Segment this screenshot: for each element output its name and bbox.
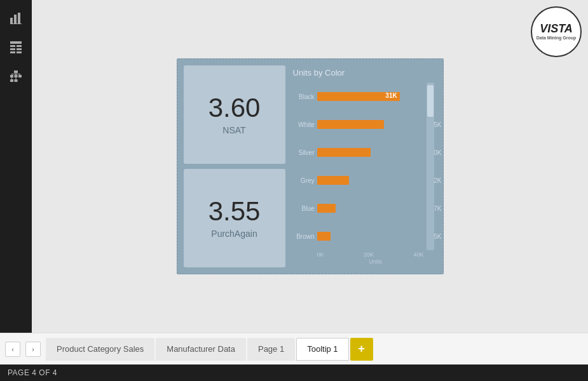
bar-label: White (291, 121, 315, 128)
sidebar (0, 0, 32, 333)
tab-bar: ‹ › Product Category SalesManufacturer D… (0, 333, 588, 364)
bar-row: Brown5K (291, 229, 424, 243)
metrics-panel: 3.60 NSAT 3.55 PurchAgain (184, 65, 285, 267)
svg-rect-21 (15, 79, 18, 82)
tab-prev-button[interactable]: ‹ (5, 342, 20, 357)
bar-row: Black31K (291, 90, 424, 104)
svg-rect-5 (10, 45, 15, 47)
metric-nsat: 3.60 NSAT (184, 65, 285, 164)
svg-rect-2 (18, 13, 20, 23)
xaxis-label: 20K (364, 251, 374, 258)
svg-rect-11 (14, 70, 18, 73)
svg-rect-8 (17, 48, 22, 50)
bar-label: Silver (291, 149, 315, 156)
bar-track: 25K (317, 120, 424, 129)
chart-title: Units by Color (291, 68, 434, 77)
bar-row: Grey12K (291, 173, 424, 187)
status-text: PAGE 4 OF 4 (8, 368, 57, 377)
svg-rect-7 (10, 48, 15, 50)
tab-page-1[interactable]: Page 1 (247, 338, 295, 361)
tab-next-button[interactable]: › (25, 342, 41, 357)
chart-scrollbar[interactable] (427, 83, 434, 250)
purchagain-label: PurchAgain (211, 229, 257, 239)
bar-value-outside: 5K (434, 233, 441, 240)
bar-fill: 31K (317, 92, 400, 101)
xaxis-label: 40K (413, 251, 423, 258)
bar-value-inside: 31K (385, 92, 397, 99)
sidebar-item-bar-chart[interactable] (3, 5, 29, 30)
chart-content: Black31KWhite25KSilver20KGrey12KBlue7KBr… (291, 83, 434, 250)
svg-rect-6 (17, 45, 22, 47)
bar-value-outside: 7K (434, 205, 441, 212)
bar-fill (317, 120, 384, 129)
sidebar-item-table[interactable] (3, 34, 29, 60)
svg-rect-14 (18, 75, 22, 77)
bar-label: Black (291, 93, 315, 100)
chart-bars-area: Black31KWhite25KSilver20KGrey12KBlue7KBr… (291, 83, 424, 250)
svg-rect-9 (10, 51, 15, 53)
svg-rect-0 (10, 18, 13, 23)
bar-fill (317, 204, 336, 213)
bar-fill (317, 148, 371, 157)
add-tab-button[interactable]: + (350, 338, 373, 361)
logo: VISTA Data Mining Group (531, 6, 582, 57)
bar-label: Brown (291, 233, 315, 240)
tabs-container: Product Category SalesManufacturer DataP… (46, 338, 349, 361)
chart-xaxis: 0K20K40K (291, 251, 434, 258)
sidebar-item-hierarchy[interactable] (3, 64, 29, 89)
purchagain-value: 3.55 (209, 198, 261, 225)
xaxis-label: 0K (317, 251, 324, 258)
metric-purchagain: 3.55 PurchAgain (184, 169, 285, 267)
bar-label: Blue (291, 205, 315, 212)
bar-row: White25K (291, 117, 424, 131)
chart-panel: Units by Color Black31KWhite25KSilver20K… (291, 65, 437, 267)
svg-rect-1 (14, 15, 17, 23)
tab-tooltip-1[interactable]: Tooltip 1 (296, 338, 348, 361)
canvas-area: VISTA Data Mining Group 3.60 NSAT 3.55 P… (32, 0, 588, 333)
svg-rect-3 (10, 23, 22, 24)
tab-manufacturer-data[interactable]: Manufacturer Data (156, 338, 246, 361)
chart-xlabel: Units (291, 258, 434, 265)
svg-rect-20 (10, 79, 13, 82)
tab-product-category-sales[interactable]: Product Category Sales (46, 338, 154, 361)
bar-track: 31K (317, 92, 424, 101)
bar-fill (317, 176, 349, 185)
logo-subtitle: Data Mining Group (537, 36, 577, 41)
bar-track: 20K (317, 148, 424, 157)
status-bar: PAGE 4 OF 4 (0, 364, 588, 381)
bar-row: Blue7K (291, 201, 424, 215)
bar-track: 7K (317, 204, 424, 213)
bar-fill (317, 232, 331, 241)
bar-row: Silver20K (291, 145, 424, 159)
logo-name: VISTA (540, 23, 573, 34)
bar-label: Grey (291, 177, 315, 184)
svg-rect-13 (15, 75, 18, 77)
nsat-label: NSAT (222, 125, 245, 135)
svg-rect-4 (10, 41, 22, 44)
dashboard-card: 3.60 NSAT 3.55 PurchAgain Units by Color… (177, 58, 444, 274)
bar-track: 12K (317, 176, 424, 185)
svg-rect-10 (17, 51, 22, 53)
svg-rect-12 (10, 75, 13, 77)
chart-scrollbar-thumb (427, 85, 434, 117)
bar-track: 5K (317, 232, 424, 241)
nsat-value: 3.60 (209, 95, 261, 121)
